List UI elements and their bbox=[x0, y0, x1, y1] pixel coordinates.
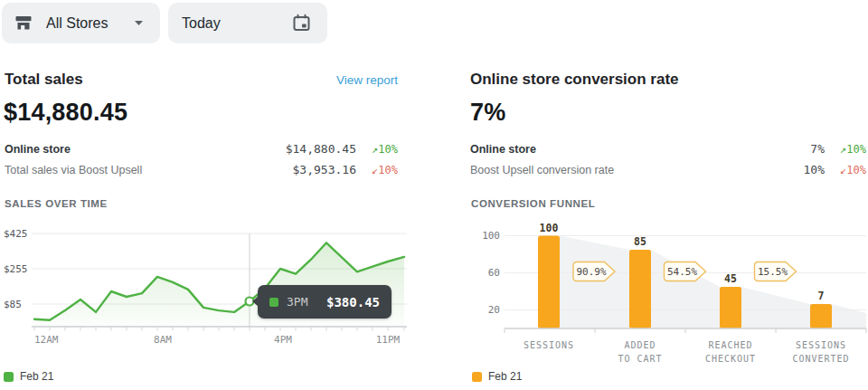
total-sales-title: Total sales bbox=[5, 71, 83, 89]
funnel-bar[interactable] bbox=[720, 287, 741, 328]
svg-text:$85: $85 bbox=[4, 299, 22, 310]
funnel-bar-value: 85 bbox=[634, 235, 646, 248]
x-axis-ticks bbox=[34, 327, 404, 331]
storefront-icon bbox=[14, 14, 33, 32]
tooltip-value: $380.45 bbox=[326, 295, 380, 309]
date-selector-label: Today bbox=[182, 15, 221, 32]
metric-value: $3,953.16 bbox=[293, 163, 356, 176]
svg-text:8AM: 8AM bbox=[154, 334, 172, 346]
svg-text:4PM: 4PM bbox=[274, 334, 292, 346]
conversion-rate-value: 7% bbox=[470, 99, 505, 127]
sales-legend: Feb 21 bbox=[4, 370, 53, 383]
analytics-dashboard: All Stores Today Total sales View report… bbox=[0, 0, 868, 390]
chevron-down-icon bbox=[134, 20, 144, 26]
metric-value: 7% bbox=[810, 142, 825, 156]
metric-label: Total sales via Boost Upsell bbox=[5, 164, 293, 176]
y-axis-labels: 100 60 20 bbox=[482, 230, 500, 316]
funnel-bar[interactable] bbox=[810, 304, 832, 328]
metric-label: Boost Upsell conversion rate bbox=[470, 164, 804, 176]
chart-tooltip: 3PM $380.45 bbox=[258, 285, 392, 319]
sales-over-time-heading: SALES OVER TIME bbox=[5, 198, 108, 209]
view-report-link[interactable]: View report bbox=[324, 73, 398, 87]
tooltip-time: 3PM bbox=[287, 295, 307, 309]
svg-text:$255: $255 bbox=[4, 263, 28, 275]
metric-delta-up: ↗10% bbox=[356, 143, 398, 156]
total-sales-amount: $14,880.45 bbox=[4, 99, 127, 127]
svg-text:11PM: 11PM bbox=[376, 334, 401, 346]
funnel-stage-badge: 15.5% bbox=[755, 262, 797, 281]
svg-text:12AM: 12AM bbox=[34, 334, 59, 346]
conversion-funnel-chart[interactable]: 10085457 90.9%54.5%15.5% 100 60 20 bbox=[466, 222, 868, 344]
date-range-selector[interactable]: Today bbox=[168, 3, 327, 43]
tooltip-series-swatch bbox=[269, 298, 278, 307]
funnel-stage-percentage: 90.9% bbox=[576, 266, 606, 278]
funnel-stage-badges: 90.9%54.5%15.5% bbox=[573, 262, 797, 281]
funnel-legend: Feb 21 bbox=[472, 370, 522, 383]
funnel-stage-percentage: 15.5% bbox=[758, 266, 788, 278]
y-axis-labels: $425 $255 $85 bbox=[4, 228, 28, 310]
conversion-row-online-store: Online store 7% ↗10% bbox=[470, 142, 866, 156]
funnel-bar-value: 100 bbox=[540, 222, 559, 234]
legend-label: Feb 21 bbox=[20, 370, 53, 383]
legend-swatch-green bbox=[4, 372, 14, 382]
funnel-category-label: REACHEDCHECKOUT bbox=[685, 339, 776, 366]
legend-swatch-orange bbox=[472, 372, 482, 382]
conversion-row-boost-upsell: Boost Upsell conversion rate 10% ↙10% bbox=[470, 163, 866, 176]
metric-delta-down: ↙10% bbox=[356, 164, 398, 176]
sales-row-boost-upsell: Total sales via Boost Upsell $3,953.16 ↙… bbox=[5, 163, 398, 176]
metric-label: Online store bbox=[470, 143, 810, 156]
metric-delta-up: ↗10% bbox=[825, 143, 866, 156]
metric-value: $14,880.45 bbox=[286, 142, 356, 156]
conversion-funnel-heading: CONVERSION FUNNEL bbox=[471, 198, 595, 209]
funnel-bar[interactable] bbox=[629, 250, 651, 328]
svg-text:20: 20 bbox=[488, 304, 500, 316]
sales-row-online-store: Online store $14,880.45 ↗10% bbox=[5, 142, 398, 156]
funnel-bar[interactable] bbox=[538, 236, 560, 329]
x-axis-labels: 12AM 8AM 4PM 11PM bbox=[34, 334, 401, 346]
metric-label: Online store bbox=[5, 143, 286, 156]
conversion-rate-title: Online store conversion rate bbox=[470, 71, 679, 89]
funnel-stage-percentage: 54.5% bbox=[667, 266, 697, 278]
funnel-bar-value: 45 bbox=[724, 272, 737, 285]
svg-text:100: 100 bbox=[482, 230, 500, 242]
metric-delta-down: ↙10% bbox=[825, 164, 866, 176]
calendar-icon bbox=[292, 14, 311, 33]
funnel-category-label: ADDEDTO CART bbox=[595, 339, 685, 366]
svg-text:60: 60 bbox=[488, 267, 500, 279]
funnel-category-label: SESSIONS bbox=[504, 339, 594, 353]
store-selector[interactable]: All Stores bbox=[2, 3, 160, 43]
legend-label: Feb 21 bbox=[488, 370, 522, 383]
funnel-bar-value: 7 bbox=[818, 290, 825, 302]
x-axis-ticks bbox=[505, 328, 866, 333]
metric-value: 10% bbox=[804, 163, 825, 176]
store-selector-label: All Stores bbox=[46, 15, 108, 32]
svg-text:$425: $425 bbox=[4, 228, 28, 240]
funnel-category-label: SESSIONSCONVERTED bbox=[776, 339, 866, 366]
